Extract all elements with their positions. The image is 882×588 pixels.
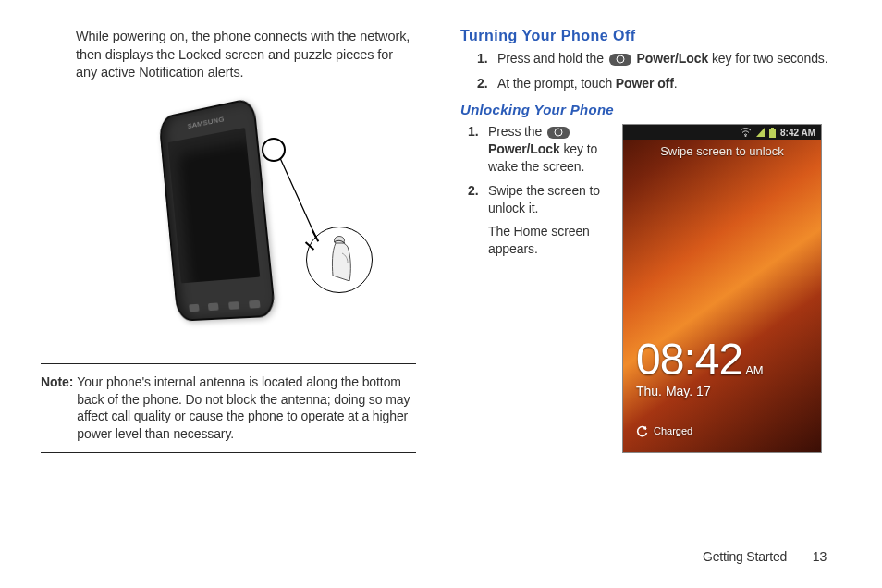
- hand-callout-circle: [306, 227, 373, 293]
- signal-icon: [756, 128, 765, 137]
- right-column: Turning Your Phone Off 1. Press and hold…: [453, 28, 828, 457]
- off-step-1: 1. Press and hold the Power/Lock key for…: [477, 50, 828, 67]
- hand-press-icon: [324, 235, 355, 287]
- note-divider-bottom: [41, 452, 416, 453]
- heading-turning-off: Turning Your Phone Off: [460, 28, 828, 44]
- battery-icon: [769, 128, 776, 138]
- svg-rect-3: [771, 128, 774, 129]
- svg-rect-2: [769, 129, 776, 138]
- note-divider-top: [41, 363, 416, 364]
- note-block: Note: Your phone's internal antenna is l…: [41, 368, 416, 449]
- page-footer: Getting Started 13: [703, 549, 827, 564]
- swipe-hint: Swipe screen to unlock: [623, 140, 821, 158]
- refresh-icon: [636, 425, 648, 437]
- power-icon: [609, 54, 631, 66]
- unlock-step-2: 2. Swipe the screen to unlock it. The Ho…: [468, 182, 610, 258]
- phone-body: SAMSUNG: [158, 97, 276, 322]
- power-icon: [547, 127, 570, 139]
- unlock-steps-column: 1. Press the Power/Lock key to wake the …: [453, 123, 610, 452]
- footer-section: Getting Started: [703, 549, 787, 564]
- unlock-step-1: 1. Press the Power/Lock key to wake the …: [468, 123, 610, 176]
- heading-unlocking: Unlocking Your Phone: [460, 102, 828, 117]
- clock-date: Thu. May. 17: [636, 384, 764, 398]
- phone-screen: [167, 128, 260, 283]
- wifi-icon: [740, 128, 752, 137]
- clock-time: 08:42: [636, 335, 742, 384]
- lockscreen-clock: 08:42AM Thu. May. 17: [636, 337, 764, 398]
- clock-ampm: AM: [745, 363, 764, 377]
- left-column: While powering on, the phone connects wi…: [41, 28, 416, 457]
- footer-page-number: 13: [813, 549, 827, 564]
- phone-nav-buttons: [178, 300, 274, 312]
- charged-indicator: Charged: [636, 425, 692, 437]
- lockscreen-preview: 8:42 AM Swipe screen to unlock 08:42AM T…: [623, 125, 821, 452]
- note-text: Your phone's internal antenna is located…: [77, 374, 416, 444]
- status-bar: 8:42 AM: [623, 125, 821, 140]
- note-label: Note:: [41, 374, 73, 444]
- phone-illustration: SAMSUNG: [80, 97, 376, 347]
- off-step-2: 2. At the prompt, touch Power off.: [477, 75, 828, 92]
- svg-point-1: [745, 135, 747, 137]
- status-time: 8:42 AM: [780, 128, 815, 138]
- intro-text: While powering on, the phone connects wi…: [76, 28, 416, 82]
